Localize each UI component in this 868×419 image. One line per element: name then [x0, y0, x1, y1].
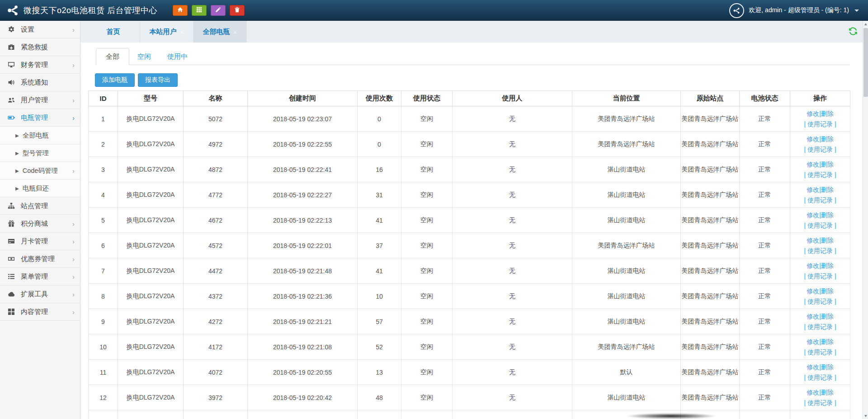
sidebar-item[interactable]: 系统通知: [0, 74, 80, 91]
edit-link[interactable]: 修改: [807, 262, 819, 269]
sidebar-item[interactable]: 月卡管理›: [0, 233, 80, 250]
apps-button[interactable]: [192, 5, 207, 16]
tab[interactable]: 本站用户×: [140, 21, 193, 43]
edit-link[interactable]: 修改: [807, 237, 819, 244]
table-cell: 0: [358, 106, 401, 132]
close-icon[interactable]: ×: [233, 28, 237, 36]
delete-link[interactable]: 删除: [821, 186, 834, 193]
pipe-separator: |: [804, 146, 807, 153]
subtab[interactable]: 使用中: [159, 48, 196, 65]
sidebar-item[interactable]: 设置›: [0, 21, 80, 38]
table-cell: 2018-05-19 02:21:08: [248, 334, 358, 360]
delete-link[interactable]: 删除: [821, 313, 834, 320]
column-header: 创建时间: [248, 91, 358, 106]
delete-link[interactable]: 删除: [821, 110, 834, 117]
usage-records-link[interactable]: 使用记录: [807, 348, 833, 356]
usage-records-link[interactable]: 使用记录: [807, 171, 833, 178]
home-button[interactable]: [173, 5, 188, 16]
table-cell: 湛山街道电站: [572, 157, 681, 182]
export-report-button[interactable]: 报表导出: [138, 73, 178, 87]
sidebar-subitem[interactable]: ▶全部电瓶: [0, 127, 80, 144]
usage-records-link[interactable]: 使用记录: [807, 399, 833, 406]
sidebar-item[interactable]: 站点管理: [0, 197, 80, 215]
sidebar-item[interactable]: 用户管理›: [0, 91, 80, 109]
delete-link[interactable]: 删除: [821, 237, 834, 244]
sidebar-subitem[interactable]: ▶型号管理: [0, 144, 80, 162]
scroll-up-arrow[interactable]: [863, 21, 868, 27]
sidebar-item-label: 紧急救援: [21, 43, 75, 52]
edit-link[interactable]: 修改: [807, 211, 819, 219]
usage-records-link[interactable]: 使用记录: [807, 196, 833, 204]
delete-link[interactable]: 删除: [821, 389, 834, 396]
actions-cell: 修改|删除| 使用记录 |: [790, 334, 850, 360]
edit-link[interactable]: 修改: [807, 287, 819, 295]
table-cell: 空闲: [401, 106, 453, 132]
edit-link[interactable]: 修改: [807, 338, 819, 345]
toolbar: 添加电瓶 报表导出: [95, 73, 868, 87]
vertical-scrollbar: [863, 21, 868, 419]
refresh-icon[interactable]: [848, 26, 858, 36]
sidebar-subitem[interactable]: ▶电瓶归还: [0, 180, 80, 197]
gear-icon: [8, 26, 16, 33]
edit-link[interactable]: 修改: [807, 363, 819, 371]
table-cell: 换电DLG72V20A: [118, 385, 184, 410]
delete-button[interactable]: [230, 5, 245, 16]
sidebar-item[interactable]: 紧急救援: [0, 38, 80, 56]
tab[interactable]: 全部电瓶×: [193, 21, 247, 43]
subtab[interactable]: 全部: [96, 48, 129, 65]
usage-records-link[interactable]: 使用记录: [807, 374, 833, 381]
table-cell: 正常: [740, 309, 790, 334]
table-cell: [681, 410, 740, 419]
table-cell: 41: [358, 208, 401, 233]
pipe-separator: |: [833, 323, 836, 330]
table-cell: 美团青岛远洋广场站: [681, 106, 740, 132]
table-cell: 5: [89, 208, 118, 233]
edit-link[interactable]: 修改: [807, 186, 819, 193]
delete-link[interactable]: 删除: [821, 363, 834, 371]
subtab[interactable]: 空闲: [129, 48, 159, 65]
tab[interactable]: 首页: [87, 21, 140, 43]
delete-link[interactable]: 删除: [821, 161, 834, 168]
table-cell: 无: [453, 233, 572, 258]
usage-records-link[interactable]: 使用记录: [807, 146, 833, 153]
scrollbar-thumb[interactable]: [863, 28, 868, 97]
table-cell: 11: [89, 360, 118, 385]
table-cell: 31: [358, 182, 401, 208]
edit-link[interactable]: 修改: [807, 110, 819, 117]
add-battery-button[interactable]: 添加电瓶: [95, 73, 135, 87]
delete-link[interactable]: 删除: [821, 262, 834, 269]
avatar[interactable]: [729, 3, 744, 18]
usage-records-link[interactable]: 使用记录: [807, 272, 833, 280]
delete-link[interactable]: 删除: [821, 338, 834, 345]
sidebar-item[interactable]: 电瓶管理›: [0, 109, 80, 127]
scroll-down-arrow[interactable]: [863, 413, 868, 419]
pipe-separator: |: [833, 171, 836, 178]
delete-link[interactable]: 删除: [821, 211, 834, 219]
delete-link[interactable]: 删除: [821, 287, 834, 295]
sidebar-item[interactable]: 积分商城›: [0, 215, 80, 233]
table-row: 5换电DLG72V20A46722018-05-19 02:22:1341空闲无…: [89, 208, 850, 233]
close-icon[interactable]: ×: [180, 28, 184, 36]
edit-button[interactable]: [211, 5, 226, 16]
delete-link[interactable]: 删除: [821, 135, 834, 143]
usage-records-link[interactable]: 使用记录: [807, 298, 833, 305]
sidebar-item[interactable]: 财务管理›: [0, 56, 80, 74]
usage-records-link[interactable]: 使用记录: [807, 222, 833, 229]
edit-link[interactable]: 修改: [807, 135, 819, 143]
usage-records-link[interactable]: 使用记录: [807, 120, 833, 128]
sidebar-item[interactable]: 优惠券管理›: [0, 250, 80, 268]
sidebar-subitem[interactable]: ▶Code码管理›: [0, 162, 80, 180]
usage-records-link[interactable]: 使用记录: [807, 323, 833, 330]
th-icon: [196, 6, 202, 14]
sidebar-item[interactable]: 内容管理›: [0, 303, 80, 321]
triangle-right-icon: ▶: [15, 186, 19, 191]
edit-link[interactable]: 修改: [807, 313, 819, 320]
user-menu[interactable]: 欢迎, admin - 超级管理员 - (编号: 1): [729, 3, 859, 18]
usage-records-link[interactable]: 使用记录: [807, 247, 833, 254]
edit-link[interactable]: 修改: [807, 161, 819, 168]
sidebar-item[interactable]: 菜单管理›: [0, 268, 80, 286]
table-cell: 正常: [740, 182, 790, 208]
edit-link[interactable]: 修改: [807, 389, 819, 396]
table-cell: [572, 410, 681, 419]
sidebar-item[interactable]: 扩展工具›: [0, 286, 80, 303]
